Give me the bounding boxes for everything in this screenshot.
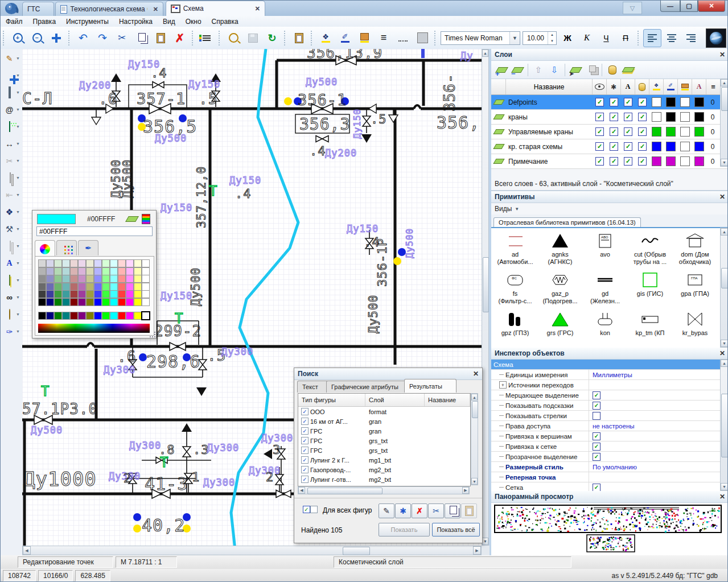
color-swatch[interactable] (70, 298, 78, 306)
close-button[interactable]: ✕ (698, 1, 725, 12)
color-swatch[interactable] (126, 283, 134, 291)
color-swatch[interactable] (38, 290, 46, 298)
layer-checkbox[interactable]: ✓ (624, 113, 632, 121)
color-swatch[interactable] (86, 259, 94, 267)
show-button[interactable]: Показать (379, 523, 430, 536)
color-swatch[interactable] (46, 275, 54, 283)
bold-button[interactable]: Ж (558, 29, 577, 47)
row-checkbox[interactable]: ✓ (301, 408, 309, 415)
color-swatch[interactable] (110, 290, 118, 298)
layer-checkbox[interactable]: ✓ (610, 142, 618, 151)
layer-row[interactable]: Управляемые краны✓✓✓✓0 (491, 125, 728, 139)
close-icon[interactable]: ✕ (473, 370, 479, 378)
color-swatch[interactable] (102, 298, 110, 306)
primitive-item[interactable]: kon (583, 309, 627, 337)
color-swatch[interactable] (94, 275, 102, 283)
inspector-row[interactable]: Реперная точка (491, 472, 728, 482)
library-tab[interactable]: Отраслевая библиотека примитивов (16.04.… (493, 217, 641, 227)
layer-color-swatch[interactable] (694, 112, 704, 122)
line-style-button[interactable] (394, 29, 412, 47)
color-swatch[interactable] (142, 275, 150, 283)
result-row[interactable]: ✓ГРСgrs_txt (298, 445, 470, 455)
tab-color-grid[interactable] (56, 240, 77, 255)
layer-checkbox[interactable]: ✓ (638, 98, 647, 106)
color-swatch[interactable] (142, 283, 150, 291)
color-swatch[interactable] (94, 259, 102, 267)
row-checkbox[interactable]: ✓ (301, 418, 309, 425)
spin-up-icon[interactable]: ▲ (548, 32, 556, 38)
pure-color-swatch[interactable] (141, 311, 150, 320)
layer-checkbox[interactable]: ✓ (595, 157, 604, 166)
expand-icon[interactable]: + (499, 381, 507, 389)
layer-color-swatch[interactable] (694, 127, 704, 137)
tools-button[interactable]: ⚒▼ (1, 221, 20, 237)
color-swatch[interactable] (118, 267, 126, 275)
color-swatch[interactable] (54, 298, 62, 306)
inspector-row[interactable]: Привязка к вершинам✓ (491, 431, 728, 441)
layer-color-swatch[interactable] (680, 112, 690, 122)
primitive-item[interactable]: ФСfs(Фильтр-с... (493, 270, 537, 304)
menu-item-настройка[interactable]: Настройка (114, 17, 158, 26)
pure-color-swatch[interactable] (110, 312, 118, 320)
line-width-button[interactable]: ≡ (375, 29, 393, 47)
layer-checkbox[interactable]: ✓ (595, 113, 604, 121)
inspector-checkbox[interactable]: ✓ (593, 453, 601, 461)
color-swatch[interactable] (142, 259, 150, 267)
color-swatch[interactable] (54, 267, 62, 275)
color-swatch[interactable] (134, 290, 142, 298)
color-swatch[interactable] (102, 290, 110, 298)
inspector-row[interactable]: Показывать стрелки (491, 411, 728, 421)
color-swatch[interactable] (54, 283, 62, 291)
text-button[interactable]: А▼ (1, 255, 20, 271)
layer-color-swatch[interactable] (680, 142, 690, 151)
layer-color-swatch[interactable] (652, 156, 661, 166)
color-swatch[interactable] (86, 298, 94, 306)
layer-color-swatch[interactable] (666, 127, 676, 137)
pure-color-swatch[interactable] (46, 312, 54, 320)
color-swatch[interactable] (70, 275, 78, 283)
fill-sample-button[interactable] (413, 29, 431, 47)
color-swatch[interactable] (110, 298, 118, 306)
result-row[interactable]: ✓Газопровод-...mg2_txt (298, 465, 470, 474)
align-button[interactable]: ⇤▼ (1, 187, 20, 203)
paste-result-button[interactable] (461, 503, 477, 518)
align-left-button[interactable] (643, 29, 661, 47)
primitive-item[interactable]: gis (ГИС) (628, 270, 672, 298)
color-swatch[interactable] (62, 290, 70, 298)
tab-results[interactable]: Результаты (404, 379, 456, 393)
brush-color-button[interactable] (355, 29, 373, 47)
layer-color-swatch[interactable] (666, 112, 676, 122)
font-family-combo[interactable]: Times New Roman▼ (441, 31, 520, 45)
tab-tech-schema[interactable]: Технологическая схема С ✕ (55, 2, 163, 16)
pure-color-swatch[interactable] (38, 312, 46, 320)
layer-color-swatch[interactable] (666, 97, 676, 107)
menu-item-окно[interactable]: Окно (180, 17, 207, 26)
inspector-vscrollbar[interactable]: ▲ ▼ (720, 359, 728, 491)
primitive-item[interactable]: dom (Домобходчика) (673, 230, 717, 265)
resize-grip[interactable] (150, 332, 155, 337)
result-row[interactable]: ✓ГРСgrs_txt (298, 436, 470, 445)
spin-down-icon[interactable]: ▼ (548, 38, 556, 44)
trim-button[interactable]: ✂▼ (1, 152, 20, 168)
layer-checkbox[interactable]: ✓ (624, 127, 632, 136)
delete-button[interactable]: ✗ (171, 29, 189, 47)
copy-result-button[interactable] (445, 503, 460, 518)
menu-item-справка[interactable]: Справка (207, 17, 244, 26)
color-swatch[interactable] (78, 259, 86, 267)
primitive-item[interactable]: agnks(АГНКС) (538, 230, 582, 265)
primitive-item[interactable]: grs (ГРС) (538, 309, 582, 337)
inspector-checkbox[interactable]: ✓ (593, 484, 601, 492)
color-swatch[interactable] (78, 275, 86, 283)
primitives-vscrollbar[interactable]: ▲ ▼ (720, 228, 728, 348)
move-layer-down-button[interactable]: ⇩ (546, 62, 562, 78)
color-swatch[interactable] (54, 275, 62, 283)
primitive-item[interactable]: cut (Обрывтрубы на ... (628, 230, 672, 265)
close-icon[interactable]: ✕ (719, 493, 725, 501)
row-checkbox[interactable]: ✓ (301, 456, 309, 464)
inspector-checkbox[interactable]: ✓ (593, 391, 601, 399)
color-swatch[interactable] (38, 283, 46, 291)
zoom-out-button[interactable]: − (28, 29, 46, 47)
color-swatch[interactable] (126, 298, 134, 306)
undo-button[interactable]: ↶ (74, 29, 92, 47)
layer-checkbox[interactable]: ✓ (624, 157, 632, 166)
